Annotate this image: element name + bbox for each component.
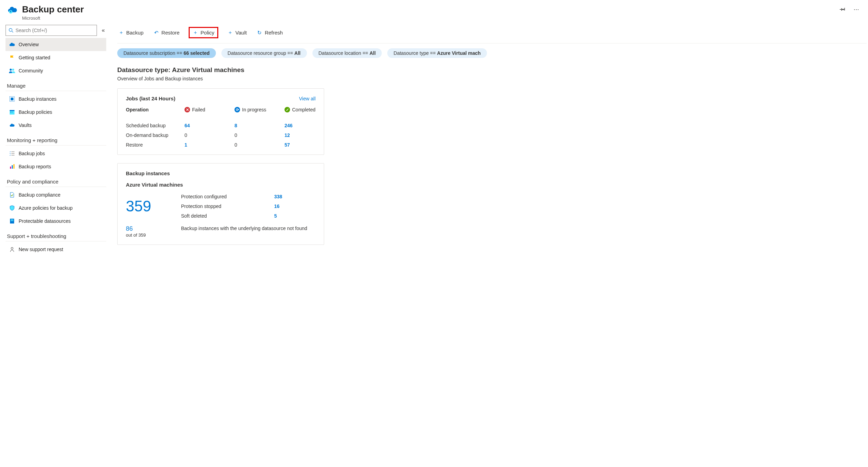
- divider: [6, 241, 106, 241]
- sidebar-item-overview[interactable]: Overview: [6, 38, 106, 51]
- filter-subscription[interactable]: Datasource subscription == 66 selected: [117, 48, 216, 58]
- sidebar-item-label: Backup compliance: [19, 192, 60, 198]
- row-comp[interactable]: 12: [285, 132, 316, 138]
- view-all-link[interactable]: View all: [299, 96, 316, 101]
- flag-icon: [9, 54, 15, 61]
- bi-row-value[interactable]: 5: [274, 213, 316, 219]
- page-title: Backup center: [22, 4, 834, 15]
- row-op: Restore: [126, 142, 184, 148]
- refresh-button[interactable]: ↻ Refresh: [256, 28, 284, 37]
- sidebar-item-backup-reports[interactable]: Backup reports: [6, 160, 106, 173]
- svg-rect-18: [11, 219, 13, 220]
- col-failed: ✕Failed: [184, 107, 235, 112]
- checklist-icon: [9, 150, 15, 157]
- svg-rect-14: [10, 167, 11, 169]
- cloud-icon: [9, 41, 15, 48]
- backup-center-icon: [7, 4, 18, 15]
- sidebar-item-protectable-datasources[interactable]: Protectable datasources: [6, 215, 106, 228]
- divider: [6, 91, 106, 91]
- sidebar-item-label: Overview: [19, 42, 39, 47]
- page-subtitle: Microsoft: [22, 16, 834, 21]
- row-op: On-demand backup: [126, 132, 184, 138]
- sidebar-item-label: Getting started: [19, 55, 50, 60]
- col-completed: ✓Completed: [285, 107, 316, 112]
- backup-button[interactable]: ＋ Backup: [117, 28, 144, 37]
- filter-location[interactable]: Datasource location == All: [312, 48, 382, 58]
- sidebar-item-label: Community: [19, 68, 43, 73]
- toolbar: ＋ Backup ↶ Restore ＋ Policy ＋ Vault ↻ Re…: [117, 23, 867, 43]
- sidebar-item-label: Backup reports: [19, 164, 51, 169]
- filter-pills: Datasource subscription == 66 selected D…: [117, 43, 867, 66]
- svg-rect-19: [11, 220, 13, 221]
- svg-rect-8: [10, 111, 14, 115]
- divider: [6, 145, 106, 146]
- divider: [6, 187, 106, 187]
- button-label: Vault: [236, 30, 247, 36]
- sidebar-item-label: Backup jobs: [19, 151, 45, 156]
- section-header-policy: Policy and compliance: [6, 173, 106, 186]
- row-prog[interactable]: 8: [235, 123, 285, 128]
- button-label: Policy: [201, 30, 214, 36]
- sidebar-item-backup-instances[interactable]: Backup instances: [6, 92, 106, 106]
- bi-row-value[interactable]: 16: [274, 203, 316, 209]
- policy-button[interactable]: ＋ Policy: [189, 27, 218, 38]
- row-failed[interactable]: 64: [184, 123, 235, 128]
- sidebar-item-vaults[interactable]: Vaults: [6, 119, 106, 132]
- bi-row-label: Protection configured: [181, 194, 274, 199]
- datasource-subtitle: Overview of Jobs and Backup instances: [117, 76, 867, 81]
- sidebar-item-community[interactable]: Community: [6, 64, 106, 77]
- sidebar-item-getting-started[interactable]: Getting started: [6, 51, 106, 64]
- col-operation: Operation: [126, 107, 184, 112]
- row-comp[interactable]: 57: [285, 142, 316, 148]
- jobs-table: Operation ✕Failed ⟳In progress ✓Complete…: [126, 107, 316, 148]
- failed-icon: ✕: [184, 107, 190, 112]
- filter-resource-group[interactable]: Datasource resource group == All: [221, 48, 307, 58]
- sidebar-item-new-support-request[interactable]: New support request: [6, 243, 106, 256]
- row-op: Scheduled backup: [126, 123, 184, 128]
- sidebar-item-backup-compliance[interactable]: Backup compliance: [6, 188, 106, 201]
- filter-datasource-type[interactable]: Datasource type == Azure Virtual mach: [387, 48, 487, 58]
- page-header: Backup center Microsoft ⋯: [0, 0, 868, 23]
- collapse-sidebar-button[interactable]: «: [100, 26, 106, 35]
- svg-rect-16: [13, 164, 14, 169]
- row-failed[interactable]: 1: [184, 142, 235, 148]
- sidebar-item-azure-policies[interactable]: Azure policies for backup: [6, 201, 106, 215]
- datasource-title: Datasource type: Azure Virtual machines: [117, 66, 867, 74]
- svg-rect-10: [12, 112, 12, 112]
- chart-icon: [9, 163, 15, 170]
- instances-icon: [9, 96, 15, 102]
- row-comp[interactable]: 246: [285, 123, 316, 128]
- sidebar-item-label: Backup policies: [19, 109, 52, 115]
- plus-icon: ＋: [227, 29, 233, 36]
- restore-button[interactable]: ↶ Restore: [152, 28, 180, 37]
- pin-button[interactable]: [838, 4, 847, 15]
- svg-rect-6: [11, 98, 13, 100]
- document-check-icon: [9, 192, 15, 198]
- support-icon: [9, 246, 15, 252]
- undo-icon: ↶: [153, 30, 159, 36]
- search-input[interactable]: [16, 28, 94, 33]
- section-header-support: Support + troubleshooting: [6, 228, 106, 240]
- bi-row-label: Soft deleted: [181, 213, 274, 219]
- vault-button[interactable]: ＋ Vault: [227, 28, 248, 37]
- sidebar-item-backup-policies[interactable]: Backup policies: [6, 106, 106, 119]
- jobs-card-title: Jobs (last 24 Hours): [126, 96, 175, 101]
- search-box[interactable]: [6, 25, 97, 36]
- svg-point-4: [12, 69, 14, 71]
- col-inprogress: ⟳In progress: [235, 107, 285, 112]
- plus-icon: ＋: [118, 29, 124, 36]
- svg-line-2: [12, 31, 13, 32]
- sidebar-item-backup-jobs[interactable]: Backup jobs: [6, 147, 106, 160]
- shield-icon: [9, 205, 15, 211]
- row-prog: 0: [235, 132, 285, 138]
- more-button[interactable]: ⋯: [851, 4, 861, 15]
- button-label: Restore: [161, 30, 180, 36]
- bi-notfound-count[interactable]: 86: [126, 226, 181, 232]
- bi-total[interactable]: 359: [126, 198, 151, 215]
- sidebar-item-label: Azure policies for backup: [19, 205, 72, 211]
- inprogress-icon: ⟳: [235, 107, 240, 112]
- bi-row-label: Protection stopped: [181, 203, 274, 209]
- vault-icon: [9, 122, 15, 128]
- bi-row-value[interactable]: 338: [274, 194, 316, 199]
- people-icon: [9, 68, 15, 74]
